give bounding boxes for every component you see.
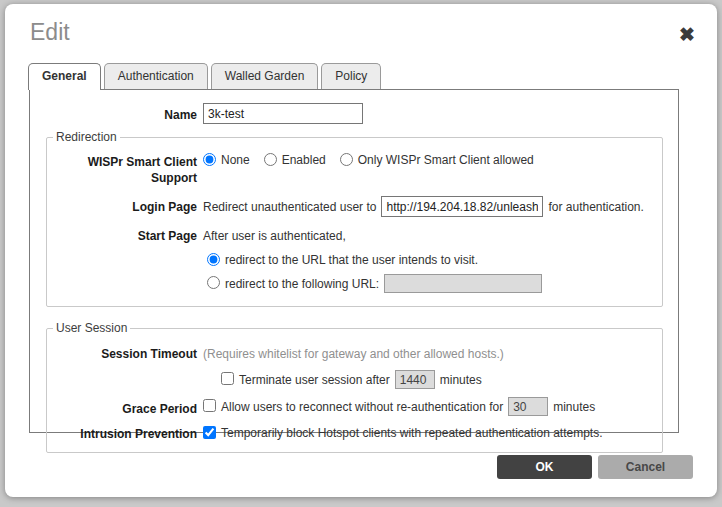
wispr-option-only[interactable]: Only WISPr Smart Client allowed	[340, 152, 534, 168]
dialog-header: Edit ✖	[5, 4, 717, 45]
tab-bar: General Authentication Walled Garden Pol…	[5, 63, 717, 89]
intrusion-prevention-checkbox-label: Temporarily block Hotspot clients with r…	[221, 425, 603, 441]
wispr-row: WISPr Smart Client Support None Enabled …	[47, 152, 654, 186]
dialog-footer: OK Cancel	[5, 455, 693, 479]
redirection-fieldset: Redirection WISPr Smart Client Support N…	[46, 130, 663, 307]
session-timeout-label: Session Timeout	[47, 343, 197, 362]
user-session-legend: User Session	[53, 321, 130, 335]
name-row: Name	[30, 103, 678, 124]
tab-general[interactable]: General	[28, 63, 101, 90]
start-page-url-input[interactable]	[384, 274, 542, 293]
session-timeout-unit: minutes	[440, 372, 482, 388]
start-page-label: Start Page	[47, 225, 197, 244]
redirection-legend: Redirection	[53, 130, 120, 144]
start-page-intro: After user is authenticated,	[203, 225, 346, 244]
wispr-radio-none[interactable]	[203, 153, 216, 166]
session-timeout-hint: (Requires whitelist for gateway and othe…	[203, 343, 504, 362]
grace-period-minutes-input[interactable]	[508, 397, 548, 416]
close-icon[interactable]: ✖	[679, 25, 695, 44]
wispr-option-none-label: None	[221, 152, 250, 168]
session-timeout-row: Session Timeout (Requires whitelist for …	[47, 343, 654, 389]
session-timeout-checkbox[interactable]	[221, 372, 234, 385]
name-input[interactable]	[203, 103, 363, 124]
user-session-fieldset: User Session Session Timeout (Requires w…	[46, 321, 663, 453]
login-page-row: Login Page Redirect unauthenticated user…	[47, 196, 654, 217]
session-timeout-minutes-input[interactable]	[395, 370, 435, 389]
tab-walled-garden[interactable]: Walled Garden	[211, 63, 319, 89]
cancel-button[interactable]: Cancel	[598, 455, 693, 479]
wispr-option-enabled-label: Enabled	[282, 152, 326, 168]
wispr-radio-only[interactable]	[340, 153, 353, 166]
start-page-option-url[interactable]: redirect to the following URL:	[207, 274, 542, 293]
grace-period-label: Grace Period	[47, 397, 197, 417]
tab-authentication[interactable]: Authentication	[104, 63, 208, 89]
start-page-row: Start Page After user is authenticated, …	[47, 225, 654, 293]
start-page-option-url-label: redirect to the following URL:	[225, 276, 379, 292]
dialog-title: Edit	[30, 20, 70, 45]
start-page-radio-intended[interactable]	[207, 253, 220, 266]
name-label: Name	[30, 103, 197, 123]
login-page-text-before: Redirect unauthenticated user to	[203, 199, 376, 215]
general-tab-panel: Name Redirection WISPr Smart Client Supp…	[29, 89, 679, 433]
start-page-option-intended-label: redirect to the URL that the user intend…	[225, 252, 478, 268]
tab-policy[interactable]: Policy	[321, 63, 381, 89]
edit-dialog: Edit ✖ General Authentication Walled Gar…	[5, 4, 717, 497]
grace-period-checkbox-label: Allow users to reconnect without re-auth…	[221, 399, 503, 415]
start-page-radio-url[interactable]	[207, 276, 220, 289]
grace-period-unit: minutes	[553, 399, 595, 415]
login-page-url-input[interactable]	[381, 196, 543, 217]
wispr-radio-enabled[interactable]	[264, 153, 277, 166]
login-page-label: Login Page	[47, 196, 197, 215]
grace-period-checkbox[interactable]	[203, 399, 216, 412]
wispr-label: WISPr Smart Client Support	[47, 152, 197, 186]
wispr-option-none[interactable]: None	[203, 152, 250, 168]
ok-button[interactable]: OK	[497, 455, 592, 479]
session-timeout-toggle[interactable]: Terminate user session after minutes	[221, 370, 487, 389]
grace-period-row: Grace Period Allow users to reconnect wi…	[47, 397, 654, 417]
wispr-option-enabled[interactable]: Enabled	[264, 152, 326, 168]
session-timeout-checkbox-label: Terminate user session after	[239, 372, 390, 388]
intrusion-prevention-label: Intrusion Prevention	[47, 425, 197, 442]
start-page-option-intended[interactable]: redirect to the URL that the user intend…	[207, 252, 478, 268]
intrusion-prevention-checkbox[interactable]	[203, 426, 216, 439]
login-page-text-after: for authentication.	[548, 199, 643, 215]
intrusion-prevention-row: Intrusion Prevention Temporarily block H…	[47, 425, 654, 442]
wispr-option-only-label: Only WISPr Smart Client allowed	[358, 152, 534, 168]
